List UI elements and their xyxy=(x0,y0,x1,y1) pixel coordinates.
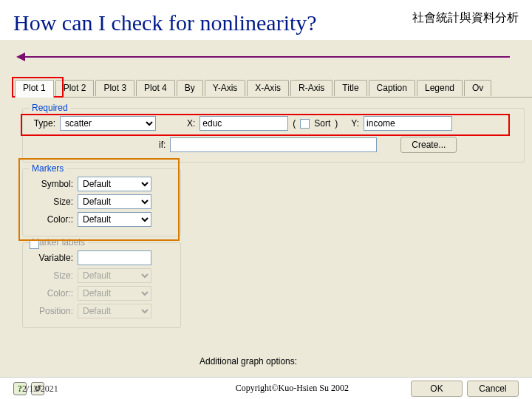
type-select[interactable]: scatter xyxy=(60,116,156,131)
variable-label: Variable: xyxy=(29,253,73,263)
tab-plot4[interactable]: Plot 4 xyxy=(136,80,175,96)
sort-checkbox[interactable] xyxy=(300,119,310,129)
paren-open: ( xyxy=(293,118,296,129)
tab-caption[interactable]: Caption xyxy=(369,80,415,96)
msize-select[interactable]: Default xyxy=(78,194,151,209)
symbol-label: Symbol: xyxy=(29,179,73,189)
tab-raxis[interactable]: R-Axis xyxy=(290,80,332,96)
tab-title[interactable]: Title xyxy=(334,80,366,96)
markers-legend: Markers xyxy=(29,163,66,174)
mlposition-label: Position: xyxy=(29,306,73,316)
cancel-button[interactable]: Cancel xyxy=(467,381,519,397)
mlsize-select: Default xyxy=(78,268,151,283)
create-button[interactable]: Create... xyxy=(400,137,457,153)
ok-button[interactable]: OK xyxy=(411,381,463,397)
x-label: X: xyxy=(187,118,195,129)
footer-copyright: Copyright©Kuo-Hsien Su 2002 xyxy=(236,383,349,394)
mcolor-select[interactable]: Default xyxy=(78,212,151,227)
tab-plot2[interactable]: Plot 2 xyxy=(55,80,95,96)
tab-overall[interactable]: Ov xyxy=(464,80,491,96)
tab-legend[interactable]: Legend xyxy=(417,80,463,96)
y-input[interactable] xyxy=(364,116,452,131)
y-label: Y: xyxy=(351,118,359,129)
dialog-panel: Plot 1 Plot 2 Plot 3 Plot 4 By Y-Axis X-… xyxy=(15,80,532,369)
mlposition-select: Default xyxy=(78,304,151,318)
tab-plot3[interactable]: Plot 3 xyxy=(95,80,134,96)
markers-group: Markers Symbol: Default Size: Default Co… xyxy=(22,168,181,236)
markerlabels-enable-checkbox[interactable] xyxy=(30,239,39,249)
required-group: Required Type: scatter X: ( Sort ) Y: if… xyxy=(22,108,525,163)
markerlabels-group: Marker labels Variable: Size: Default Co… xyxy=(22,242,181,328)
page-subtitle: 社會統計與資料分析 xyxy=(412,10,519,26)
msize-label: Size: xyxy=(29,197,73,207)
tab-xaxis[interactable]: X-Axis xyxy=(247,80,289,96)
if-input[interactable] xyxy=(170,137,377,152)
addl-options-label: Additional graph options: xyxy=(200,356,297,366)
x-input[interactable] xyxy=(200,116,288,131)
footer-date: ? ↺ 2/13/2021 xyxy=(13,382,85,395)
footer-bar: ? ↺ 2/13/2021 Copyright©Kuo-Hsien Su 200… xyxy=(0,377,532,399)
paren-close: ) xyxy=(335,118,338,129)
arrow-head-icon xyxy=(16,52,25,61)
tab-by[interactable]: By xyxy=(177,80,203,96)
sort-label: Sort xyxy=(314,118,330,129)
variable-input[interactable] xyxy=(78,250,151,265)
mcolor-label: Color:: xyxy=(29,214,73,225)
arrow-line xyxy=(22,56,510,58)
tab-strip: Plot 1 Plot 2 Plot 3 Plot 4 By Y-Axis X-… xyxy=(15,80,532,98)
mlcolor-select: Default xyxy=(78,286,151,301)
mlcolor-label: Color:: xyxy=(29,288,73,299)
page-title: How can I check for nonlinearity? xyxy=(13,10,317,35)
tab-yaxis[interactable]: Y-Axis xyxy=(205,80,246,96)
symbol-select[interactable]: Default xyxy=(78,177,151,191)
required-legend: Required xyxy=(29,103,71,113)
tab-plot1[interactable]: Plot 1 xyxy=(15,80,54,98)
type-label: Type: xyxy=(29,118,55,129)
mlsize-label: Size: xyxy=(29,270,73,281)
if-label: if: xyxy=(159,140,166,150)
